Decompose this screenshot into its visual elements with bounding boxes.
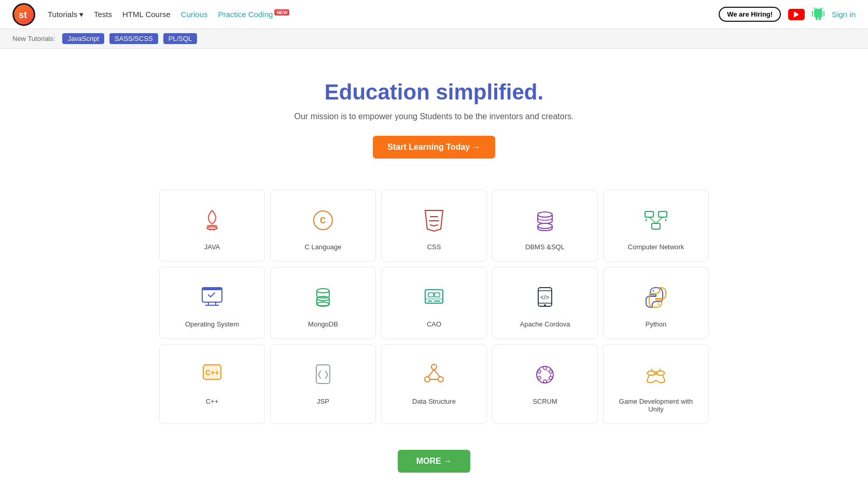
more-section: MORE → bbox=[0, 434, 868, 483]
course-jsp[interactable]: JSP bbox=[270, 344, 376, 424]
courses-section: JAVA C C Language CSS bbox=[149, 190, 719, 424]
course-data-structure-label: Data Structure bbox=[412, 397, 456, 405]
svg-point-7 bbox=[207, 227, 217, 230]
navbar: st Tutorials ▾ Tests HTML Course Curious… bbox=[0, 0, 868, 29]
course-cpp[interactable]: C++ C++ bbox=[159, 344, 265, 424]
course-java[interactable]: JAVA bbox=[159, 190, 265, 262]
mongodb-icon bbox=[307, 282, 339, 313]
svg-line-5 bbox=[814, 8, 816, 10]
course-c-language[interactable]: C C Language bbox=[270, 190, 376, 262]
course-mongodb-label: MongoDB bbox=[308, 320, 338, 328]
course-cordova-label: Apache Cordova bbox=[520, 320, 570, 328]
course-jsp-label: JSP bbox=[317, 397, 329, 405]
svg-rect-12 bbox=[645, 211, 653, 217]
svg-rect-14 bbox=[652, 223, 660, 229]
courses-row-2: Operating System MongoDB bbox=[159, 267, 709, 339]
nav-tutorials[interactable]: Tutorials ▾ bbox=[48, 10, 83, 19]
apache-cordova-icon: </> bbox=[529, 282, 561, 313]
python-icon bbox=[640, 282, 671, 313]
svg-point-47 bbox=[438, 377, 443, 382]
jsp-icon bbox=[307, 359, 339, 390]
course-game-dev-label: Game Development with Unity bbox=[612, 397, 700, 413]
svg-rect-20 bbox=[202, 288, 222, 290]
course-operating-system[interactable]: Operating System bbox=[159, 267, 265, 339]
svg-point-57 bbox=[538, 370, 541, 373]
course-computer-network-label: Computer Network bbox=[628, 243, 684, 251]
hero-section: Education simplified. Our mission is to … bbox=[0, 49, 868, 179]
tag-plsql[interactable]: PL/SQL bbox=[163, 33, 198, 44]
nav-curious[interactable]: Curious bbox=[181, 10, 208, 19]
course-game-dev-unity[interactable]: Game Development with Unity bbox=[603, 344, 709, 424]
course-os-label: Operating System bbox=[185, 320, 239, 328]
svg-rect-13 bbox=[659, 211, 667, 217]
more-button[interactable]: MORE → bbox=[398, 450, 470, 473]
cpp-icon: C++ bbox=[197, 359, 228, 390]
svg-text:C: C bbox=[320, 216, 326, 225]
new-tutorials-label: New Tutorials: bbox=[12, 35, 55, 42]
svg-line-49 bbox=[434, 370, 440, 377]
hero-subtitle: Our mission is to empower young Students… bbox=[10, 112, 858, 121]
course-scrum-label: SCRUM bbox=[533, 397, 557, 405]
c-language-icon: C bbox=[307, 205, 339, 236]
course-dbms-sql-label: DBMS &SQL bbox=[525, 243, 565, 251]
svg-point-24 bbox=[317, 289, 329, 293]
courses-row-3: C++ C++ JSP bbox=[159, 344, 709, 424]
course-python-label: Python bbox=[646, 320, 666, 328]
course-cao-label: CAO bbox=[427, 320, 441, 328]
svg-point-10 bbox=[538, 212, 552, 217]
nav-tests[interactable]: Tests bbox=[94, 10, 112, 19]
logo[interactable]: st bbox=[12, 3, 35, 26]
svg-text:st: st bbox=[19, 10, 27, 20]
tag-javascript[interactable]: JavaScript bbox=[62, 33, 104, 44]
nav-practice-coding[interactable]: Practice CodingNEW bbox=[218, 10, 289, 19]
course-c-language-label: C Language bbox=[305, 243, 342, 251]
course-mongodb[interactable]: MongoDB bbox=[270, 267, 376, 339]
svg-rect-28 bbox=[428, 293, 433, 297]
course-python[interactable]: Python bbox=[603, 267, 709, 339]
svg-point-45 bbox=[431, 364, 437, 370]
svg-text:C++: C++ bbox=[205, 368, 219, 377]
start-learning-button[interactable]: Start Learning Today → bbox=[373, 136, 495, 159]
course-computer-network[interactable]: Computer Network bbox=[603, 190, 709, 262]
scrum-icon bbox=[529, 359, 561, 390]
signin-link[interactable]: Sign in bbox=[832, 10, 856, 19]
css-icon bbox=[418, 205, 450, 236]
svg-point-37 bbox=[544, 304, 546, 306]
course-css-label: CSS bbox=[427, 243, 441, 251]
hiring-button[interactable]: We are Hiring! bbox=[719, 7, 781, 22]
courses-row-1: JAVA C C Language CSS bbox=[159, 190, 709, 262]
nav-right: We are Hiring! Sign in bbox=[719, 6, 856, 23]
operating-system-icon bbox=[197, 282, 228, 313]
nav-links: Tutorials ▾ Tests HTML Course Curious Pr… bbox=[48, 10, 719, 19]
svg-line-15 bbox=[649, 217, 656, 223]
svg-point-38 bbox=[653, 290, 654, 292]
nav-html-course[interactable]: HTML Course bbox=[122, 10, 171, 19]
svg-line-16 bbox=[656, 217, 663, 223]
svg-line-48 bbox=[428, 370, 434, 377]
data-structure-icon bbox=[418, 359, 450, 390]
course-scrum[interactable]: SCRUM bbox=[492, 344, 598, 424]
course-cpp-label: C++ bbox=[206, 397, 219, 405]
chevron-down-icon: ▾ bbox=[79, 10, 83, 19]
logo-icon: st bbox=[12, 3, 35, 26]
new-badge: NEW bbox=[274, 9, 289, 16]
svg-rect-29 bbox=[435, 293, 440, 297]
course-apache-cordova[interactable]: </> Apache Cordova bbox=[492, 267, 598, 339]
cao-icon bbox=[418, 282, 450, 313]
svg-point-53 bbox=[549, 370, 552, 373]
svg-point-39 bbox=[658, 304, 660, 305]
hero-title: Education simplified. bbox=[10, 80, 858, 105]
course-data-structure[interactable]: Data Structure bbox=[381, 344, 487, 424]
new-tutorials-bar: New Tutorials: JavaScript SASS/SCSS PL/S… bbox=[0, 29, 868, 49]
game-dev-unity-icon bbox=[640, 359, 671, 390]
youtube-icon[interactable] bbox=[788, 9, 805, 20]
course-cao[interactable]: CAO bbox=[381, 267, 487, 339]
computer-network-icon bbox=[640, 205, 671, 236]
svg-point-11 bbox=[538, 223, 552, 229]
course-css[interactable]: CSS bbox=[381, 190, 487, 262]
course-java-label: JAVA bbox=[204, 243, 220, 251]
svg-point-56 bbox=[538, 376, 541, 379]
course-dbms-sql[interactable]: DBMS &SQL bbox=[492, 190, 598, 262]
android-icon[interactable] bbox=[812, 6, 824, 23]
tag-sass-scss[interactable]: SASS/SCSS bbox=[109, 33, 158, 44]
